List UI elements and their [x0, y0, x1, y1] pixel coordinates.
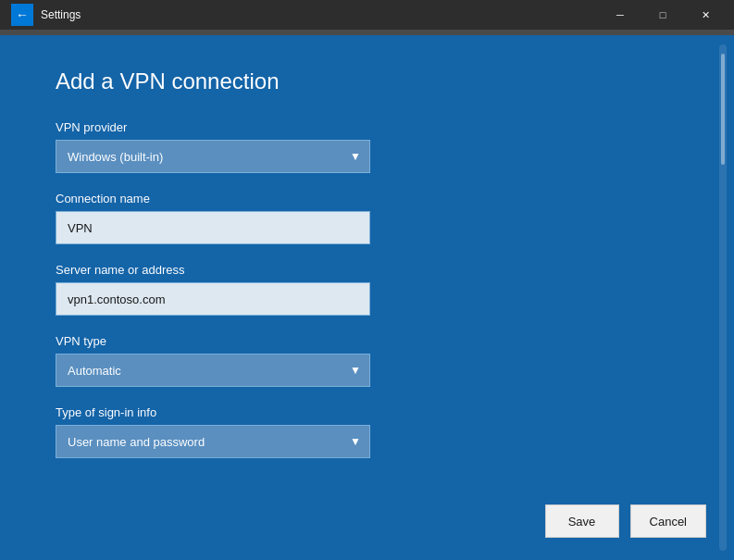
- server-name-label: Server name or address: [56, 263, 656, 277]
- cancel-button[interactable]: Cancel: [630, 504, 706, 538]
- server-name-group: Server name or address: [56, 263, 656, 316]
- save-button[interactable]: Save: [545, 504, 619, 538]
- sign-in-info-label: Type of sign-in info: [56, 405, 656, 419]
- title-bar-left: ← Settings: [11, 4, 81, 26]
- back-button[interactable]: ←: [11, 4, 33, 26]
- close-button[interactable]: ✕: [684, 0, 727, 30]
- server-name-input[interactable]: [56, 282, 370, 316]
- title-bar: ← Settings ─ □ ✕: [0, 0, 734, 30]
- vpn-type-label: VPN type: [56, 334, 656, 348]
- vpn-type-wrapper: Automatic PPTP L2TP/IPsec with certifica…: [56, 354, 370, 387]
- scrollbar-track[interactable]: [719, 44, 727, 551]
- sign-in-info-wrapper: User name and password Smart card One-ti…: [56, 425, 370, 458]
- bottom-buttons: Save Cancel: [545, 504, 706, 538]
- vpn-provider-select[interactable]: Windows (built-in) Other: [56, 140, 370, 173]
- form-area: Add a VPN connection VPN provider Window…: [0, 35, 712, 560]
- vpn-provider-group: VPN provider Windows (built-in) Other ▼: [56, 120, 656, 173]
- vpn-type-group: VPN type Automatic PPTP L2TP/IPsec with …: [56, 334, 656, 387]
- connection-name-label: Connection name: [56, 192, 656, 205]
- sign-in-info-group: Type of sign-in info User name and passw…: [56, 405, 656, 458]
- minimize-button[interactable]: ─: [599, 0, 641, 30]
- vpn-provider-wrapper: Windows (built-in) Other ▼: [56, 140, 370, 173]
- main-content: Add a VPN connection VPN provider Window…: [0, 35, 734, 560]
- vpn-provider-label: VPN provider: [56, 120, 656, 134]
- scrollbar-thumb[interactable]: [721, 54, 725, 165]
- title-bar-controls: ─ □ ✕: [599, 0, 727, 30]
- page-title: Add a VPN connection: [56, 68, 656, 94]
- back-icon: ←: [16, 7, 29, 22]
- connection-name-input[interactable]: [56, 211, 370, 244]
- vpn-type-select[interactable]: Automatic PPTP L2TP/IPsec with certifica…: [56, 354, 370, 387]
- sign-in-info-select[interactable]: User name and password Smart card One-ti…: [56, 425, 370, 458]
- maximize-button[interactable]: □: [641, 0, 684, 30]
- title-bar-title: Settings: [41, 8, 81, 21]
- connection-name-group: Connection name: [56, 192, 656, 244]
